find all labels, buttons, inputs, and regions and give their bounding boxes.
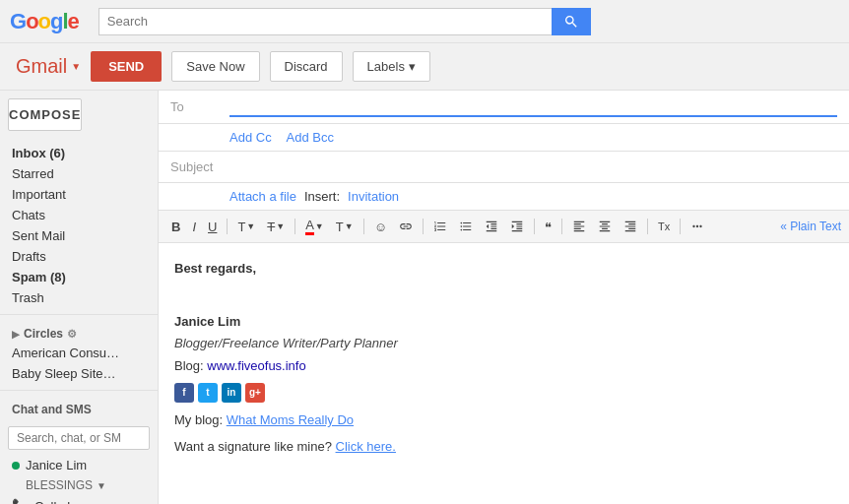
linkedin-icon[interactable]: in [222,383,241,403]
unordered-list-button[interactable] [454,217,478,236]
more-options-icon [690,220,704,233]
subject-field-row: Subject [159,152,849,183]
subject-input[interactable] [229,158,837,176]
plain-text-toggle[interactable]: « Plain Text [780,220,841,233]
sidebar-item-american[interactable]: American Consu… [0,343,158,363]
indent-more-button[interactable] [505,217,529,236]
emoji-button[interactable]: ☺ [369,217,392,237]
insert-label: Insert: [304,189,340,204]
attach-file-link[interactable]: Attach a file [229,189,296,204]
save-now-button[interactable]: Save Now [171,51,259,82]
top-bar: Google [0,0,849,43]
main-layout: COMPOSE Inbox (6) Starred Important Chat… [0,91,849,504]
googleplus-icon[interactable]: g+ [245,383,265,403]
font-color-button[interactable]: A ▼ [300,215,329,238]
gmail-header: Gmail ▼ SEND Save Now Discard Labels ▾ [0,43,849,91]
align-right-button[interactable] [619,217,642,236]
align-center-icon [598,220,612,233]
sidebar-item-important[interactable]: Important [0,184,158,205]
add-cc-link[interactable]: Add Cc [229,130,272,145]
underline-button[interactable]: U [203,217,222,237]
toolbar-separator-8 [680,219,681,234]
bold-button[interactable]: B [166,217,185,237]
align-center-button[interactable] [593,217,617,236]
sidebar-item-trash[interactable]: Trash [0,287,158,308]
toolbar-separator-2 [294,219,295,234]
sidebar-item-drafts[interactable]: Drafts [0,246,158,267]
gmail-dropdown-arrow: ▼ [71,61,81,72]
twitter-icon[interactable]: t [198,383,218,403]
chat-section-label: Chat and SMS [0,397,158,422]
ordered-list-icon [433,220,447,233]
signature-name: Janice Lim [174,312,833,333]
indent-less-button[interactable] [480,217,503,236]
cc-bcc-row: Add Cc Add Bcc [159,124,849,152]
align-left-icon [572,220,586,233]
formatting-toolbar: B I U T ▼ T ▼ A ▼ T ▼ ☺ [159,211,849,243]
toolbar-separator-1 [227,219,228,234]
font-dropdown-arrow: ▼ [246,221,255,231]
facebook-icon[interactable]: f [174,383,194,403]
blessings-arrow: ▼ [97,480,106,491]
blessings-label: BLESSINGS [26,478,93,492]
blessings-item[interactable]: BLESSINGS ▼ [0,476,158,494]
best-regards-text: Best regards, [174,259,833,280]
to-label: To [170,99,229,114]
circles-section: ▶ Circles ⚙ [0,321,158,343]
circles-settings-icon[interactable]: ⚙ [67,328,77,341]
janice-lim-chat-item[interactable]: Janice Lim [0,454,158,476]
remove-formatting-button[interactable]: Tx [653,218,675,235]
myblog-link[interactable]: What Moms Really Do [227,412,354,427]
call-phone-label: Call phone [34,499,96,505]
compose-button[interactable]: COMPOSE [8,98,82,131]
search-button[interactable] [552,8,591,35]
link-icon [399,220,413,233]
sidebar-item-spam[interactable]: Spam (8) [0,267,158,287]
cta-link[interactable]: Click here. [336,439,396,454]
align-right-icon [623,220,637,233]
to-input[interactable] [229,96,837,117]
font-size-arrow: ▼ [276,221,285,231]
sidebar-item-starred[interactable]: Starred [0,163,158,184]
sidebar-item-chats[interactable]: Chats [0,205,158,225]
font-size-button[interactable]: T ▼ [262,217,290,237]
ordered-list-button[interactable] [428,217,452,236]
toolbar-separator-3 [363,219,364,234]
discard-button[interactable]: Discard [270,51,343,82]
italic-button[interactable]: I [187,217,201,237]
quote-button[interactable]: ❝ [540,217,556,237]
phone-icon: 📞 [12,498,29,504]
font-button[interactable]: T ▼ [232,217,260,237]
call-phone-item[interactable]: 📞 Call phone [0,494,158,504]
sidebar-item-inbox[interactable]: Inbox (6) [0,143,158,163]
blog-url-link[interactable]: www.fiveofus.info [207,358,305,373]
sidebar: COMPOSE Inbox (6) Starred Important Chat… [0,91,158,504]
to-field-row: To [159,91,849,124]
compose-body: Best regards, Janice Lim Blogger/Freelan… [159,243,849,473]
more-formatting-button[interactable]: T ▼ [331,217,359,237]
cta-prefix: Want a signature like mine? [174,439,336,454]
link-button[interactable] [394,217,418,236]
font-size-label: T [267,220,275,234]
google-logo: Google [10,9,79,34]
more-options-button[interactable] [686,217,709,236]
signature-blog: Blog: www.fiveofus.info [174,356,833,377]
sidebar-item-baby[interactable]: Baby Sleep Site… [0,363,158,384]
blog-prefix: Blog: [174,358,207,373]
labels-button[interactable]: Labels ▾ [353,51,430,82]
font-color-arrow: ▼ [315,221,324,231]
indent-less-icon [485,220,498,233]
search-icon [563,14,579,30]
invitation-link[interactable]: Invitation [348,189,399,204]
online-status-dot [12,462,20,470]
align-left-button[interactable] [567,217,591,236]
sidebar-item-sent[interactable]: Sent Mail [0,225,158,246]
myblog-line: My blog: What Moms Really Do [174,410,833,431]
chat-search-input[interactable] [8,426,150,450]
compose-area: To Add Cc Add Bcc Subject Attach a file … [158,91,849,504]
gmail-label[interactable]: Gmail ▼ [16,55,81,78]
search-input[interactable] [98,8,552,35]
send-button[interactable]: SEND [91,51,162,82]
unordered-list-icon [459,220,473,233]
add-bcc-link[interactable]: Add Bcc [287,130,334,145]
